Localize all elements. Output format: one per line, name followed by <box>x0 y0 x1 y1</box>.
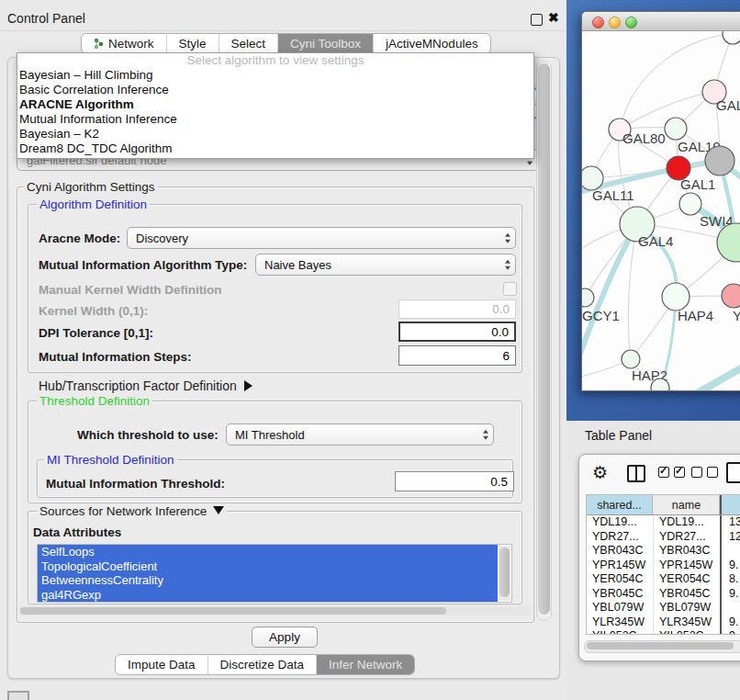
table-row[interactable]: YBR043CYBR043C <box>587 544 740 559</box>
network-window-titlebar[interactable] <box>582 12 740 31</box>
threshold-definition-title: Threshold Definition <box>37 394 152 408</box>
mac-zoom-button[interactable] <box>625 17 637 28</box>
column-header-shared[interactable]: shared... <box>587 495 653 514</box>
kernel-width-label: Kernel Width (0,1): <box>39 304 148 318</box>
algorithm-option-bayesian-k2[interactable]: Bayesian – K2 <box>17 127 533 141</box>
apply-button[interactable]: Apply <box>252 627 318 648</box>
table-cell: 13 <box>720 515 740 530</box>
which-threshold-combo[interactable]: MI Threshold <box>226 423 494 446</box>
mi-steps-label: Mutual Information Steps: <box>39 350 192 364</box>
hub-definition-label: Hub/Transcription Factor Definition <box>39 378 237 393</box>
node-hap2[interactable] <box>622 350 640 368</box>
cyni-algorithm-settings-title: Cyni Algorithm Settings <box>24 180 158 194</box>
attribute-item-gal4rgexp[interactable]: gal4RGexp <box>38 588 498 603</box>
table-row[interactable]: YIL052CYIL052C9. <box>587 629 740 635</box>
node-hap4[interactable] <box>662 283 690 310</box>
minimized-panel-icon[interactable] <box>7 691 29 700</box>
node-gal1-label: GAL1 <box>680 176 715 192</box>
column-header-name[interactable]: name <box>653 495 720 514</box>
network-canvas[interactable]: GALGAL80GAL10GAL1GAL11SWI4GAL4GCY1HAP4YH… <box>582 31 740 390</box>
data-attributes-list[interactable]: SelfLoopsTopologicalCoefficientBetweenne… <box>37 544 512 603</box>
settings-vertical-scrollbar[interactable] <box>536 61 552 621</box>
mi-algorithm-type-label: Mutual Information Algorithm Type: <box>39 258 247 272</box>
node-swi4[interactable] <box>679 193 701 215</box>
algorithm-dropdown-list: Bayesian – Hill ClimbingBasic Correlatio… <box>17 68 533 156</box>
algorithm-option-bayesian-hill-climbing[interactable]: Bayesian – Hill Climbing <box>17 68 533 83</box>
mode-tab-infer-network[interactable]: Infer Network <box>316 655 414 674</box>
algorithm-option-basic-correlation-inference[interactable]: Basic Correlation Inference <box>17 83 533 97</box>
node-pink-right[interactable] <box>722 284 740 308</box>
manual-kernel-width-checkbox[interactable] <box>503 282 517 296</box>
node-big-green[interactable] <box>717 223 740 262</box>
attribute-item-betweennesscentrality[interactable]: BetweennessCentrality <box>38 573 498 588</box>
which-threshold-label: Which threshold to use: <box>77 428 219 442</box>
list-vertical-scrollbar[interactable] <box>499 546 510 601</box>
algorithm-option-aracne-algorithm[interactable]: ARACNE Algorithm <box>17 97 533 112</box>
table-cell: YDL19... <box>653 515 720 530</box>
table-row[interactable]: YBL079WYBL079W <box>587 601 740 615</box>
tab-select[interactable]: Select <box>219 34 278 53</box>
node-gcy1[interactable] <box>582 288 594 307</box>
mac-minimize-button[interactable] <box>609 17 621 28</box>
sources-title-text: Sources for Network Inference <box>39 504 207 518</box>
dpi-tolerance-input[interactable] <box>398 322 516 342</box>
attribute-item-topologicalcoefficient[interactable]: TopologicalCoefficient <box>38 559 498 574</box>
table-cell: YDR27... <box>653 530 720 545</box>
scrollbar-thumb[interactable] <box>20 607 446 615</box>
node-gal-partial-label: GAL <box>716 97 740 113</box>
table-cell: 8. <box>720 572 740 587</box>
sources-group-title[interactable]: Sources for Network Inference <box>37 504 227 518</box>
table-row[interactable]: YER054CYER054C8. <box>587 572 740 587</box>
spinner-arrows-icon <box>483 430 488 440</box>
tab-cyni-toolbox[interactable]: Cyni Toolbox <box>277 34 373 53</box>
aracne-mode-combo[interactable]: Discovery <box>127 227 516 249</box>
mac-close-button[interactable] <box>592 17 604 28</box>
table-horizontal-scrollbar[interactable] <box>584 640 740 653</box>
node-table[interactable]: shared...name YDL19...YDL19...13YDR27...… <box>586 494 740 635</box>
mode-tab-discretize-data[interactable]: Discretize Data <box>207 655 317 674</box>
mi-steps-input[interactable] <box>398 345 516 366</box>
mode-tab-impute-data[interactable]: Impute Data <box>116 655 207 674</box>
table-cell: YBR043C <box>653 544 720 559</box>
algorithm-option-dream8-dc-tdc-algorithm[interactable]: Dream8 DC_TDC Algorithm <box>17 141 533 156</box>
aracne-mode-label: Aracne Mode: <box>39 231 120 245</box>
scrollbar-thumb[interactable] <box>587 642 734 649</box>
settings-horizontal-scrollbar[interactable] <box>18 606 533 615</box>
mode-tab-impute-data-label: Impute Data <box>128 658 196 672</box>
tab-style[interactable]: Style <box>166 34 219 53</box>
table-row[interactable]: YDL19...YDL19...13 <box>587 515 740 530</box>
kernel-width-input[interactable] <box>398 299 516 319</box>
table-row[interactable]: YLR345WYLR345W9. <box>587 615 740 630</box>
dpi-tolerance-label: DPI Tolerance [0,1]: <box>39 326 153 340</box>
node-gal10[interactable] <box>665 118 687 140</box>
attribute-item-selfloops[interactable]: SelfLoops <box>38 545 498 559</box>
table-row[interactable]: YPR145WYPR145W9. <box>587 559 740 573</box>
tab-jactivemnodules[interactable]: jActiveMNodules <box>373 34 490 53</box>
mode-tab-discretize-data-label: Discretize Data <box>220 658 305 672</box>
spinner-arrows-icon <box>505 260 510 270</box>
node-gray[interactable] <box>705 146 734 175</box>
mode-tab-infer-network-label: Infer Network <box>329 658 402 672</box>
spinner-arrows-icon <box>505 233 510 243</box>
hide-columns-icon[interactable] <box>691 467 718 478</box>
table-cell: 9. <box>720 587 740 602</box>
tab-cyni-toolbox-label: Cyni Toolbox <box>290 37 361 51</box>
node-top-partial[interactable] <box>723 31 740 44</box>
table-row[interactable]: YBR045CYBR045C9. <box>587 587 740 602</box>
table-row[interactable]: YDR27...YDR27...12 <box>587 530 740 545</box>
algorithm-option-mutual-information-inference[interactable]: Mutual Information Inference <box>17 112 533 127</box>
tab-network[interactable]: Network <box>82 34 166 53</box>
mi-algorithm-type-combo[interactable]: Naive Bayes <box>255 254 516 276</box>
column-header-2[interactable] <box>720 495 740 514</box>
new-table-icon[interactable] <box>726 462 740 483</box>
hub-definition-toggle[interactable]: Hub/Transcription Factor Definition <box>39 378 252 393</box>
close-panel-icon[interactable]: ✖ <box>548 10 559 25</box>
scrollbar-thumb[interactable] <box>499 548 510 597</box>
float-panel-icon[interactable] <box>531 14 543 26</box>
show-checked-columns-icon[interactable] <box>658 467 685 478</box>
scrollbar-thumb[interactable] <box>538 63 550 615</box>
table-cell: YER054C <box>653 572 720 587</box>
mi-threshold-input[interactable] <box>395 471 514 491</box>
gear-icon[interactable]: ⚙ <box>592 462 608 483</box>
split-columns-icon[interactable] <box>627 465 645 482</box>
